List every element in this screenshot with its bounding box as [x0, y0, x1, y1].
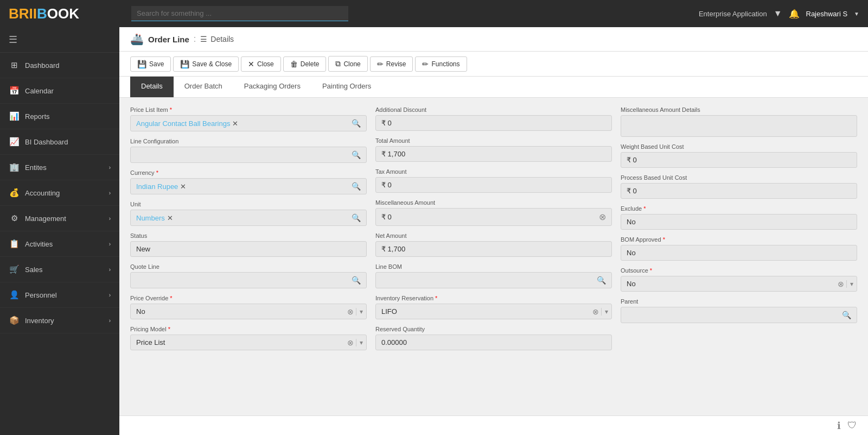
- unit-field: Unit Numbers ✕ 🔍: [130, 201, 367, 226]
- sidebar-item-reports[interactable]: 📊 Reports: [0, 104, 119, 129]
- sidebar-item-activities[interactable]: 📋 Activities ›: [0, 231, 119, 257]
- clone-label: Clone: [343, 60, 360, 68]
- activities-icon: 📋: [9, 239, 20, 249]
- pricing-model-select[interactable]: Price List ⊗ ▾: [130, 335, 367, 350]
- unit-input[interactable]: Numbers ✕ 🔍: [130, 210, 367, 226]
- form-col-3: Miscellaneous Amount Details Weight Base…: [621, 106, 857, 407]
- inv-reservation-value: LIFO: [376, 304, 590, 319]
- line-bom-search-icon[interactable]: 🔍: [597, 276, 606, 285]
- additional-discount-value: ₹ 0: [381, 119, 392, 127]
- user-label: Rajeshwari S: [806, 10, 848, 18]
- misc-amount-input[interactable]: ₹ 0 ⊗: [375, 208, 612, 226]
- sidebar-item-inventory[interactable]: 📦 Inventory ›: [0, 308, 119, 333]
- parent-label: Parent: [621, 298, 857, 305]
- parent-input[interactable]: 🔍: [621, 307, 857, 323]
- inv-reservation-select[interactable]: LIFO ⊗ ▾: [375, 304, 612, 319]
- price-override-clear[interactable]: ⊗: [345, 307, 356, 316]
- outsource-select[interactable]: No ⊗ ▾: [621, 276, 857, 292]
- outsource-clear[interactable]: ⊗: [835, 280, 846, 288]
- price-override-arrow[interactable]: ▾: [356, 308, 366, 316]
- save-close-button[interactable]: 💾 Save & Close: [173, 56, 239, 72]
- quote-line-search-icon[interactable]: 🔍: [352, 276, 361, 285]
- sidebar-label-management: Management: [25, 215, 66, 223]
- close-icon: ✕: [248, 60, 254, 68]
- search-input[interactable]: [131, 6, 348, 21]
- price-list-item-clear[interactable]: ✕: [232, 119, 238, 128]
- sidebar-item-calendar[interactable]: 📅 Calendar: [0, 78, 119, 104]
- save-close-icon: 💾: [180, 60, 189, 68]
- quote-line-input[interactable]: 🔍: [130, 272, 367, 288]
- line-config-search-icon[interactable]: 🔍: [352, 150, 361, 159]
- sidebar-item-management[interactable]: ⚙ Management ›: [0, 206, 119, 231]
- dashboard-icon: ⊞: [9, 60, 20, 70]
- sidebar-item-sales[interactable]: 🛒 Sales ›: [0, 257, 119, 282]
- sidebar-toggle[interactable]: ☰: [0, 27, 119, 53]
- currency-search-icon[interactable]: 🔍: [352, 182, 361, 191]
- env-label: Enterprise Application: [699, 10, 767, 18]
- tab-packaging-orders[interactable]: Packaging Orders: [233, 77, 311, 97]
- pricing-model-arrow[interactable]: ▾: [356, 339, 366, 346]
- main-layout: ☰ ⊞ Dashboard 📅 Calendar 📊 Reports 📈 BI …: [0, 27, 868, 435]
- price-override-label: Price Override *: [130, 295, 367, 301]
- sidebar-item-entities[interactable]: 🏢 Entites ›: [0, 155, 119, 180]
- unit-clear[interactable]: ✕: [167, 214, 173, 222]
- info-icon[interactable]: ℹ: [837, 420, 841, 432]
- tabs: Details Order Batch Packaging Orders Pai…: [119, 77, 868, 98]
- sidebar-item-personnel[interactable]: 👤 Personnel ›: [0, 282, 119, 308]
- sales-chevron: ›: [109, 267, 111, 273]
- tab-painting-orders[interactable]: Painting Orders: [311, 77, 382, 97]
- logo-b: B: [37, 5, 47, 22]
- sidebar-item-bi-dashboard[interactable]: 📈 BI Dashboard: [0, 129, 119, 155]
- delete-icon: 🗑: [290, 60, 298, 68]
- save-button[interactable]: 💾 Save: [130, 56, 171, 72]
- shield-icon[interactable]: 🛡: [847, 420, 857, 431]
- line-bom-input[interactable]: 🔍: [375, 272, 612, 288]
- filter-icon[interactable]: ▼: [774, 9, 782, 18]
- sidebar-item-dashboard[interactable]: ⊞ Dashboard: [0, 53, 119, 78]
- net-amount-field: Net Amount ₹ 1,700: [375, 232, 612, 257]
- tab-details[interactable]: Details: [130, 77, 174, 97]
- pricing-model-clear[interactable]: ⊗: [345, 338, 356, 347]
- misc-amount-label: Miscellaneous Amount: [375, 199, 612, 206]
- bell-icon[interactable]: 🔔: [789, 9, 800, 19]
- line-config-input[interactable]: 🔍: [130, 147, 367, 163]
- revise-button[interactable]: ✏ Revise: [370, 56, 413, 72]
- currency-clear[interactable]: ✕: [180, 182, 186, 191]
- price-list-item-search-icon[interactable]: 🔍: [352, 119, 361, 128]
- clone-button[interactable]: ⧉ Clone: [328, 56, 367, 72]
- currency-label: Currency *: [130, 169, 367, 176]
- price-list-item-input[interactable]: Angular Contact Ball Bearings ✕ 🔍: [130, 115, 367, 131]
- sidebar-item-accounting[interactable]: 💰 Accounting ›: [0, 180, 119, 206]
- close-button[interactable]: ✕ Close: [241, 56, 281, 72]
- breadcrumb-sub: ☰ Details: [200, 35, 234, 43]
- inv-reservation-arrow[interactable]: ▾: [601, 308, 611, 316]
- inv-reservation-clear[interactable]: ⊗: [590, 307, 601, 316]
- misc-amount-clear-icon[interactable]: ⊗: [599, 212, 606, 222]
- sidebar-label-entities: Entites: [25, 163, 47, 172]
- footer: ℹ 🛡: [119, 415, 868, 435]
- content-area: 🚢 Order Line : ☰ Details 💾 Save 💾 Save &…: [119, 27, 868, 435]
- user-dropdown-arrow[interactable]: ▼: [854, 11, 859, 17]
- inv-reservation-label: Inventory Reservation *: [375, 295, 612, 301]
- inventory-chevron: ›: [109, 318, 111, 324]
- tab-order-batch[interactable]: Order Batch: [174, 77, 233, 97]
- parent-search-icon[interactable]: 🔍: [842, 311, 851, 319]
- topbar: BRIIBOOK Enterprise Application ▼ 🔔 Raje…: [0, 0, 868, 27]
- additional-discount-label: Additional Discount: [375, 106, 612, 113]
- personnel-chevron: ›: [109, 292, 111, 298]
- logo: BRIIBOOK: [9, 5, 123, 22]
- outsource-arrow[interactable]: ▾: [846, 280, 857, 288]
- currency-input[interactable]: Indian Rupee ✕ 🔍: [130, 178, 367, 194]
- unit-search-icon[interactable]: 🔍: [352, 213, 361, 222]
- net-amount-label: Net Amount: [375, 232, 612, 239]
- line-bom-field: Line BOM 🔍: [375, 263, 612, 288]
- weight-unit-cost-label: Weight Based Unit Cost: [621, 143, 857, 150]
- calendar-icon: 📅: [9, 86, 20, 96]
- status-value: New: [136, 245, 150, 253]
- pricing-model-value: Price List: [131, 335, 345, 350]
- sidebar-label-activities: Activities: [25, 240, 53, 248]
- delete-button[interactable]: 🗑 Delete: [283, 56, 327, 72]
- functions-button[interactable]: ✏ Functions: [415, 56, 467, 72]
- price-override-select[interactable]: No ⊗ ▾: [130, 304, 367, 319]
- revise-label: Revise: [386, 60, 406, 68]
